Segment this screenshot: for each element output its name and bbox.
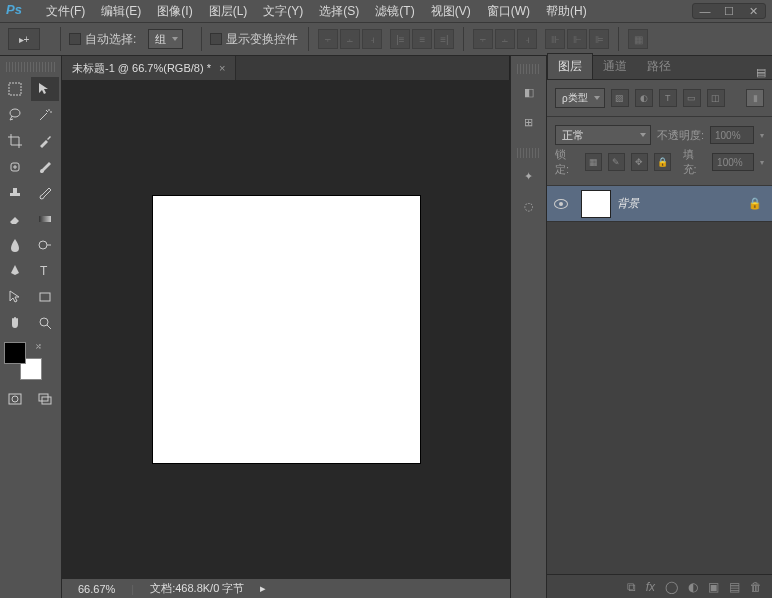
new-layer-icon[interactable]: ▤	[729, 580, 740, 594]
menu-filter[interactable]: 滤镜(T)	[367, 0, 422, 23]
doc-info-arrow-icon[interactable]: ▸	[252, 582, 274, 595]
menu-edit[interactable]: 编辑(E)	[93, 0, 149, 23]
filter-shape-icon[interactable]: ▭	[683, 89, 701, 107]
menu-type[interactable]: 文字(Y)	[255, 0, 311, 23]
magic-wand-tool[interactable]	[31, 103, 59, 127]
distribute-hcenter-icon[interactable]: ⊩	[567, 29, 587, 49]
lock-all-icon[interactable]: 🔒	[654, 153, 671, 171]
align-vcenter-icon[interactable]: ⫠	[340, 29, 360, 49]
opacity-value[interactable]: 100%	[710, 126, 754, 144]
history-panel-icon[interactable]: ◧	[515, 78, 543, 106]
distribute-right-icon[interactable]: ⊫	[589, 29, 609, 49]
dodge-tool[interactable]	[31, 233, 59, 257]
properties-panel-icon[interactable]: ⊞	[515, 108, 543, 136]
distribute-left-icon[interactable]: ⊪	[545, 29, 565, 49]
menu-file[interactable]: 文件(F)	[38, 0, 93, 23]
distribute-bottom-icon[interactable]: ⫞	[517, 29, 537, 49]
blend-mode-dropdown[interactable]: 正常	[555, 125, 651, 145]
distribute-top-icon[interactable]: ⫟	[473, 29, 493, 49]
tab-channels[interactable]: 通道	[593, 54, 637, 79]
history-brush-tool[interactable]	[31, 181, 59, 205]
layer-thumbnail[interactable]	[581, 190, 611, 218]
color-swatches[interactable]: ⤭	[4, 342, 42, 380]
doc-info[interactable]: 文档:468.8K/0 字节	[142, 581, 252, 596]
hand-tool[interactable]	[1, 311, 29, 335]
paragraph-panel-icon[interactable]: ◌	[515, 192, 543, 220]
character-panel-icon[interactable]: ✦	[515, 162, 543, 190]
visibility-eye-icon[interactable]	[554, 199, 568, 209]
align-top-icon[interactable]: ⫟	[318, 29, 338, 49]
quickmask-tool[interactable]	[1, 387, 29, 411]
lasso-tool[interactable]	[1, 103, 29, 127]
menu-layer[interactable]: 图层(L)	[201, 0, 256, 23]
zoom-tool[interactable]	[31, 311, 59, 335]
panel-menu-icon[interactable]: ▤	[750, 66, 772, 79]
panel-grip[interactable]	[517, 148, 540, 158]
tab-layers[interactable]: 图层	[547, 53, 593, 79]
tab-paths[interactable]: 路径	[637, 54, 681, 79]
document-tab[interactable]: 未标题-1 @ 66.7%(RGB/8) * ×	[62, 56, 236, 80]
panel-grip[interactable]	[6, 62, 55, 72]
canvas[interactable]	[153, 196, 420, 463]
adjustment-layer-icon[interactable]: ◐	[688, 580, 698, 594]
layer-name[interactable]: 背景	[617, 196, 748, 211]
minimize-button[interactable]: —	[693, 4, 717, 18]
menu-window[interactable]: 窗口(W)	[479, 0, 538, 23]
lock-position-icon[interactable]: ✥	[631, 153, 648, 171]
align-right-icon[interactable]: ≡|	[434, 29, 454, 49]
path-select-tool[interactable]	[1, 285, 29, 309]
brush-tool[interactable]	[31, 155, 59, 179]
swap-colors-icon[interactable]: ⤭	[35, 342, 42, 351]
lock-pixels-icon[interactable]: ✎	[608, 153, 625, 171]
filter-type-dropdown[interactable]: ρ 类型	[555, 88, 605, 108]
maximize-button[interactable]: ☐	[717, 4, 741, 18]
align-bottom-icon[interactable]: ⫞	[362, 29, 382, 49]
eraser-tool[interactable]	[1, 207, 29, 231]
auto-align-icon[interactable]: ▦	[628, 29, 648, 49]
lock-transparency-icon[interactable]: ▦	[585, 153, 602, 171]
screenmode-tool[interactable]	[31, 387, 59, 411]
gradient-tool[interactable]	[31, 207, 59, 231]
blur-tool[interactable]	[1, 233, 29, 257]
tool-preset-picker[interactable]: ▸+	[8, 28, 40, 50]
panel-grip[interactable]	[517, 64, 540, 74]
close-tab-icon[interactable]: ×	[219, 62, 225, 74]
heal-tool[interactable]	[1, 155, 29, 179]
marquee-tool[interactable]	[1, 77, 29, 101]
crop-tool[interactable]	[1, 129, 29, 153]
layer-fx-icon[interactable]: fx	[646, 580, 655, 594]
layer-group-icon[interactable]: ▣	[708, 580, 719, 594]
delete-layer-icon[interactable]: 🗑	[750, 580, 762, 594]
pen-tool[interactable]	[1, 259, 29, 283]
layer-list[interactable]: 背景 🔒	[547, 186, 772, 574]
align-left-icon[interactable]: |≡	[390, 29, 410, 49]
menu-select[interactable]: 选择(S)	[311, 0, 367, 23]
menu-image[interactable]: 图像(I)	[149, 0, 200, 23]
auto-select-checkbox[interactable]	[69, 33, 81, 45]
zoom-level[interactable]: 66.67%	[70, 583, 123, 595]
foreground-color[interactable]	[4, 342, 26, 364]
close-button[interactable]: ✕	[741, 4, 765, 18]
show-transform-checkbox[interactable]	[210, 33, 222, 45]
fill-value[interactable]: 100%	[712, 153, 754, 171]
distribute-vcenter-icon[interactable]: ⫠	[495, 29, 515, 49]
canvas-area[interactable]	[62, 80, 510, 578]
link-layers-icon[interactable]: ⧉	[627, 580, 636, 594]
filter-toggle[interactable]: ▮	[746, 89, 764, 107]
window-controls: — ☐ ✕	[692, 3, 772, 19]
eyedropper-tool[interactable]	[31, 129, 59, 153]
shape-tool[interactable]	[31, 285, 59, 309]
layer-mask-icon[interactable]: ◯	[665, 580, 678, 594]
filter-pixel-icon[interactable]: ▨	[611, 89, 629, 107]
stamp-tool[interactable]	[1, 181, 29, 205]
menu-help[interactable]: 帮助(H)	[538, 0, 595, 23]
layer-row[interactable]: 背景 🔒	[547, 186, 772, 222]
type-tool[interactable]: T	[31, 259, 59, 283]
auto-select-target-dropdown[interactable]: 组	[148, 29, 183, 49]
filter-smart-icon[interactable]: ◫	[707, 89, 725, 107]
align-hcenter-icon[interactable]: ≡	[412, 29, 432, 49]
menu-view[interactable]: 视图(V)	[423, 0, 479, 23]
filter-adjust-icon[interactable]: ◐	[635, 89, 653, 107]
filter-type-icon[interactable]: T	[659, 89, 677, 107]
move-tool[interactable]	[31, 77, 59, 101]
